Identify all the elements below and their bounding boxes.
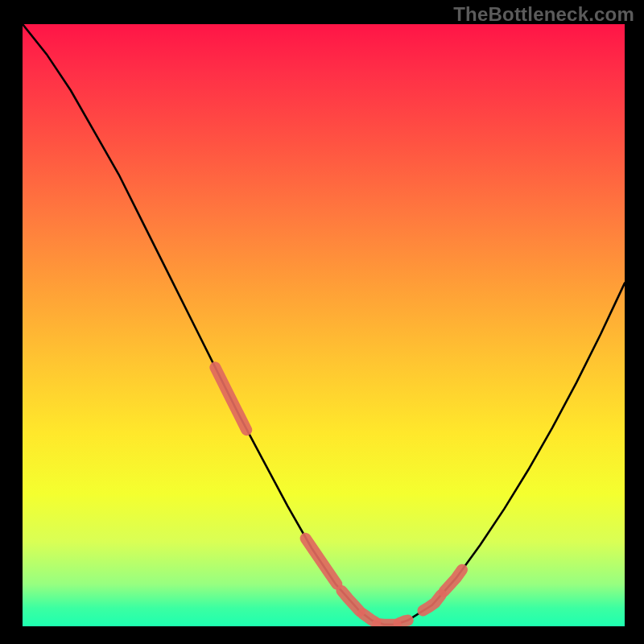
- plot-area: [23, 24, 625, 626]
- curve-svg: [23, 24, 625, 626]
- highlight-segment: [399, 621, 408, 624]
- highlight-segment: [215, 367, 246, 430]
- chart-frame: TheBottleneck.com: [0, 0, 644, 644]
- highlight-segment: [423, 595, 440, 610]
- highlight-segment: [306, 539, 337, 584]
- watermark-text: TheBottleneck.com: [453, 3, 634, 26]
- highlight-segment: [378, 624, 395, 625]
- highlight-segment: [444, 570, 462, 592]
- highlight-group: [215, 367, 462, 624]
- main-curve: [23, 24, 625, 625]
- highlight-segment: [341, 591, 359, 611]
